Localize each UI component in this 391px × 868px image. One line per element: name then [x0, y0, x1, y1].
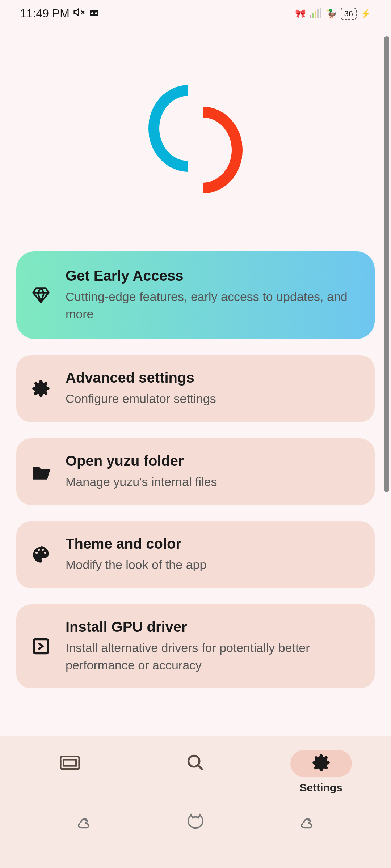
advanced-settings-subtitle: Configure emulator settings: [66, 390, 360, 408]
settings-list[interactable]: Get Early Access Cutting-edge features, …: [0, 251, 391, 736]
svg-rect-5: [310, 15, 311, 18]
install-icon: [31, 636, 51, 656]
svg-rect-2: [90, 10, 98, 16]
cat-home-icon[interactable]: [185, 812, 206, 832]
bottom-nav: Settings: [0, 736, 391, 868]
svg-point-15: [188, 756, 199, 767]
gpu-driver-title: Install GPU driver: [66, 619, 360, 635]
open-folder-card[interactable]: Open yuzu folder Manage yuzu's internal …: [16, 438, 375, 505]
folder-icon: [31, 461, 51, 482]
theme-subtitle: Modify the look of the app: [66, 556, 360, 574]
search-icon: [186, 753, 205, 774]
svg-rect-8: [317, 9, 319, 18]
signal-icon: [310, 8, 323, 20]
open-folder-title: Open yuzu folder: [66, 453, 360, 469]
scroll-indicator[interactable]: [384, 36, 389, 492]
bow-icon: 🎀: [295, 9, 306, 19]
gear-icon: [31, 378, 51, 399]
nav-games[interactable]: [30, 750, 110, 777]
svg-rect-12: [64, 760, 76, 766]
status-time: 11:49 PM: [20, 7, 70, 20]
open-folder-subtitle: Manage yuzu's internal files: [66, 473, 360, 491]
svg-line-16: [198, 765, 202, 770]
svg-point-18: [308, 820, 309, 820]
cartridge-icon: [59, 753, 81, 774]
nav-tabs: Settings: [0, 736, 391, 801]
mute-icon: [73, 7, 85, 21]
early-access-subtitle: Cutting-edge features, early access to u…: [66, 288, 360, 323]
svg-rect-6: [312, 13, 314, 18]
charging-icon: ⚡: [360, 9, 371, 19]
diamond-icon: [31, 285, 51, 305]
early-access-card[interactable]: Get Early Access Cutting-edge features, …: [16, 251, 375, 339]
gear-nav-icon: [312, 753, 331, 774]
svg-rect-7: [315, 11, 316, 18]
app-logo: [138, 74, 253, 204]
battery-indicator: 36: [341, 8, 357, 20]
advanced-settings-title: Advanced settings: [66, 370, 360, 386]
svg-point-4: [95, 12, 97, 14]
nav-settings[interactable]: Settings: [281, 750, 361, 794]
theme-title: Theme and color: [66, 536, 360, 552]
discord-icon: [88, 7, 100, 21]
svg-point-17: [85, 820, 86, 820]
status-right: 🎀 🦆 36 ⚡: [295, 8, 371, 20]
theme-card[interactable]: Theme and color Modify the look of the a…: [16, 521, 375, 588]
status-left: 11:49 PM: [20, 7, 100, 21]
duck-recent-icon[interactable]: [298, 812, 316, 832]
duck-status-icon: 🦆: [326, 9, 337, 19]
svg-rect-9: [320, 8, 321, 18]
palette-icon: [31, 545, 51, 565]
logo-section: [0, 27, 391, 251]
system-nav: [0, 801, 391, 847]
svg-point-3: [91, 12, 93, 14]
status-bar: 11:49 PM 🎀 🦆: [0, 0, 391, 27]
duck-back-icon[interactable]: [75, 812, 93, 832]
gpu-driver-card[interactable]: Install GPU driver Install alternative d…: [16, 604, 375, 688]
nav-settings-label: Settings: [299, 782, 342, 794]
early-access-title: Get Early Access: [66, 268, 360, 284]
advanced-settings-card[interactable]: Advanced settings Configure emulator set…: [16, 355, 375, 422]
nav-search[interactable]: [156, 750, 235, 777]
gpu-driver-subtitle: Install alternative drivers for potentia…: [66, 639, 360, 674]
